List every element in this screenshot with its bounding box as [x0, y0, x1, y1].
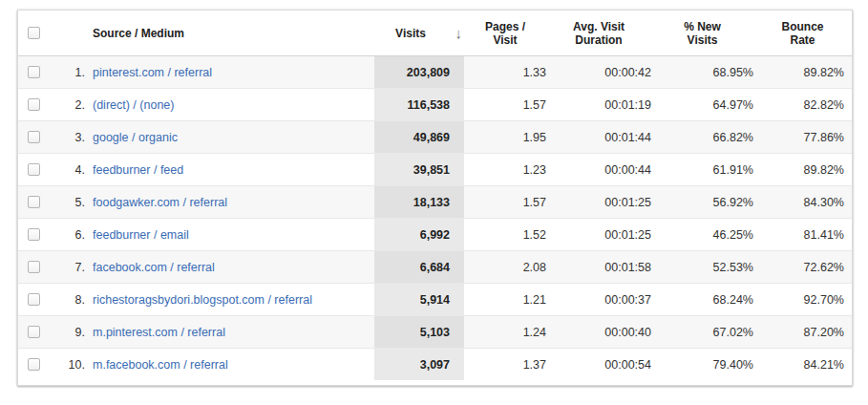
visits-value: 49,869: [374, 121, 464, 153]
row-checkbox[interactable]: [28, 326, 40, 338]
source-medium-link[interactable]: pinterest.com / referral: [93, 66, 212, 79]
row-checkbox[interactable]: [28, 98, 40, 111]
source-medium-link[interactable]: feedburner / email: [93, 228, 189, 242]
source-medium-link[interactable]: m.facebook.com / referral: [93, 358, 228, 372]
pct-new-visits-value: 67.02%: [651, 326, 753, 339]
row-checkbox[interactable]: [28, 131, 40, 143]
avg-visit-duration-value: 00:01:58: [546, 261, 651, 274]
header-checkbox-cell: [18, 27, 58, 39]
source-medium-link[interactable]: facebook.com / referral: [93, 261, 215, 274]
source-medium-link[interactable]: m.pinterest.com / referral: [93, 326, 225, 339]
bounce-rate-value: 92.70%: [753, 293, 852, 307]
row-rank: 2.: [58, 98, 85, 112]
visits-value: 6,992: [374, 219, 464, 250]
pages-per-visit-value: 1.57: [464, 196, 546, 209]
bounce-rate-value: 82.82%: [753, 98, 852, 112]
avg-visit-duration-value: 00:00:42: [546, 66, 651, 79]
column-header-visits[interactable]: Visits ↓: [374, 27, 464, 40]
bounce-rate-value: 89.82%: [753, 163, 852, 177]
pct-new-visits-value: 79.40%: [651, 358, 753, 372]
avg-visit-duration-value: 00:00:44: [546, 163, 651, 177]
pages-per-visit-value: 1.33: [464, 66, 546, 79]
pages-per-visit-value: 1.24: [464, 326, 546, 339]
pct-new-visits-value: 56.92%: [651, 196, 753, 209]
table-row: 9. m.pinterest.com / referral 5,103 1.24…: [18, 316, 852, 349]
table-row: 4. feedburner / feed 39,851 1.23 00:00:4…: [18, 154, 852, 186]
bounce-rate-value: 84.30%: [753, 196, 852, 209]
table-header-row: Source / Medium Visits ↓ Pages / Visit A…: [18, 11, 852, 56]
avg-visit-duration-value: 00:01:25: [546, 228, 651, 242]
row-checkbox[interactable]: [28, 261, 40, 273]
visits-value: 3,097: [374, 349, 464, 380]
row-checkbox[interactable]: [28, 293, 40, 306]
row-rank: 3.: [58, 131, 85, 144]
pages-per-visit-value: 1.95: [464, 131, 546, 144]
pages-per-visit-value: 1.57: [464, 98, 546, 112]
pct-new-visits-value: 52.53%: [651, 261, 753, 274]
table-row: 6. feedburner / email 6,992 1.52 00:01:2…: [18, 219, 852, 251]
bounce-rate-value: 72.62%: [753, 261, 852, 274]
visits-value: 6,684: [374, 251, 464, 283]
source-medium-link[interactable]: google / organic: [93, 131, 178, 144]
pages-per-visit-value: 1.37: [464, 358, 546, 372]
pct-new-visits-value: 68.95%: [651, 66, 753, 79]
pct-new-visits-value: 61.91%: [651, 163, 753, 177]
sort-descending-icon[interactable]: ↓: [455, 27, 463, 40]
table-row: 8. richestoragsbydori.blogspot.com / ref…: [18, 284, 852, 316]
table-row: 2. (direct) / (none) 116,538 1.57 00:01:…: [18, 89, 852, 121]
visits-value: 116,538: [374, 89, 464, 120]
select-all-checkbox[interactable]: [28, 27, 40, 39]
row-rank: 5.: [58, 196, 85, 209]
row-rank: 1.: [58, 66, 85, 79]
row-rank: 7.: [58, 261, 85, 274]
bounce-rate-value: 84.21%: [753, 358, 852, 372]
row-rank: 4.: [58, 163, 85, 177]
visits-value: 18,133: [374, 186, 464, 218]
bounce-rate-value: 81.41%: [753, 228, 852, 242]
pct-new-visits-value: 66.82%: [651, 131, 753, 144]
visits-value: 5,103: [374, 316, 464, 348]
row-rank: 8.: [58, 293, 85, 307]
avg-visit-duration-value: 00:01:25: [546, 196, 651, 209]
visits-value: 39,851: [374, 154, 464, 185]
pages-per-visit-value: 1.21: [464, 293, 546, 307]
visits-value: 203,809: [374, 56, 464, 88]
avg-visit-duration-value: 00:01:19: [546, 98, 651, 112]
column-header-pct-new-visits[interactable]: % New Visits: [651, 20, 753, 47]
avg-visit-duration-value: 00:01:44: [546, 131, 651, 144]
source-medium-link[interactable]: foodgawker.com / referral: [93, 196, 227, 209]
avg-visit-duration-value: 00:00:40: [546, 326, 651, 339]
screenshot-canvas: Source / Medium Visits ↓ Pages / Visit A…: [0, 0, 868, 405]
pages-per-visit-value: 1.23: [464, 163, 546, 177]
row-rank: 6.: [58, 228, 85, 242]
table-row: 1. pinterest.com / referral 203,809 1.33…: [18, 56, 852, 89]
column-header-source-medium[interactable]: Source / Medium: [85, 27, 374, 40]
column-header-pages-per-visit[interactable]: Pages / Visit: [464, 20, 546, 47]
bounce-rate-value: 87.20%: [753, 326, 852, 339]
source-medium-link[interactable]: (direct) / (none): [93, 98, 174, 112]
column-header-bounce-rate[interactable]: Bounce Rate: [753, 20, 852, 47]
column-header-avg-visit-duration[interactable]: Avg. Visit Duration: [546, 20, 651, 47]
table-row: 7. facebook.com / referral 6,684 2.08 00…: [18, 251, 852, 284]
row-rank: 10.: [58, 358, 85, 372]
table-row: 10. m.facebook.com / referral 3,097 1.37…: [18, 349, 852, 380]
table-row: 3. google / organic 49,869 1.95 00:01:44…: [18, 121, 852, 154]
avg-visit-duration-value: 00:00:54: [546, 358, 651, 372]
row-checkbox[interactable]: [28, 163, 40, 176]
row-checkbox[interactable]: [28, 228, 40, 241]
analytics-sources-table: Source / Medium Visits ↓ Pages / Visit A…: [17, 10, 853, 386]
source-medium-link[interactable]: feedburner / feed: [93, 163, 183, 177]
row-checkbox[interactable]: [28, 66, 40, 78]
row-rank: 9.: [58, 326, 85, 339]
pct-new-visits-value: 64.97%: [651, 98, 753, 112]
pages-per-visit-value: 2.08: [464, 261, 546, 274]
bounce-rate-value: 89.82%: [753, 66, 852, 79]
pct-new-visits-value: 46.25%: [651, 228, 753, 242]
table-body: 1. pinterest.com / referral 203,809 1.33…: [18, 56, 852, 385]
row-checkbox[interactable]: [28, 196, 40, 208]
bounce-rate-value: 77.86%: [753, 131, 852, 144]
source-medium-link[interactable]: richestoragsbydori.blogspot.com / referr…: [93, 293, 312, 307]
pages-per-visit-value: 1.52: [464, 228, 546, 242]
table-row: 5. foodgawker.com / referral 18,133 1.57…: [18, 186, 852, 219]
row-checkbox[interactable]: [28, 358, 40, 371]
